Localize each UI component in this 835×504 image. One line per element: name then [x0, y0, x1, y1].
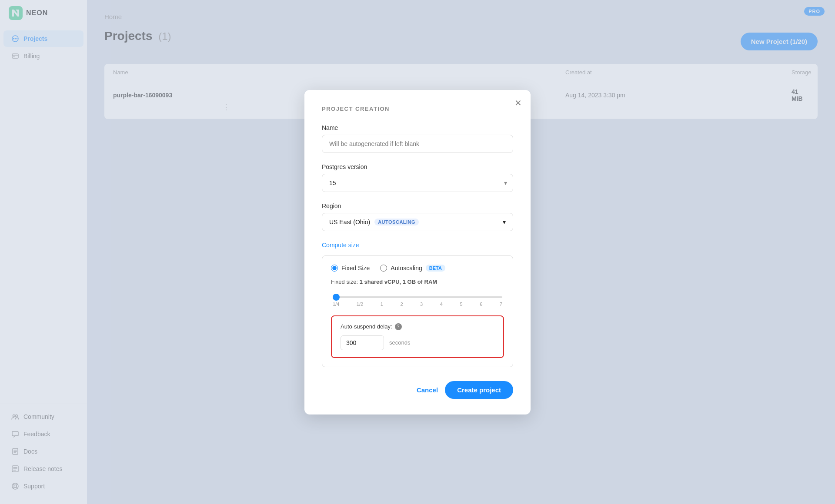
postgres-select-wrapper: 15 14 13 ▾	[322, 174, 513, 192]
region-select-arrow-icon: ▾	[503, 219, 506, 225]
name-label: Name	[322, 124, 513, 131]
radio-group: Fixed Size Autoscaling BETA	[331, 265, 504, 272]
cancel-button[interactable]: Cancel	[417, 386, 438, 394]
create-project-button[interactable]: Create project	[445, 381, 513, 399]
name-form-group: Name	[322, 124, 513, 153]
fixed-size-radio-option[interactable]: Fixed Size	[331, 265, 370, 272]
fixed-size-radio[interactable]	[331, 265, 338, 272]
fixed-size-label: Fixed Size	[341, 265, 370, 272]
postgres-label: Postgres version	[322, 163, 513, 170]
compute-form-group: Compute size Fixed Size Autoscaling BETA…	[322, 242, 513, 367]
modal-overlay: PROJECT CREATION ✕ Name Postgres version…	[0, 0, 835, 504]
help-icon[interactable]: ?	[395, 323, 402, 330]
autoscaling-radio-option[interactable]: Autoscaling BETA	[380, 265, 445, 272]
region-value: US East (Ohio)	[329, 219, 370, 225]
compute-label: Compute size	[322, 242, 513, 249]
beta-badge: BETA	[426, 265, 445, 272]
modal-close-button[interactable]: ✕	[514, 99, 522, 107]
postgres-select[interactable]: 15 14 13	[322, 174, 513, 192]
compute-desc: Fixed size: 1 shared vCPU, 1 GB of RAM	[331, 279, 504, 285]
region-select[interactable]: US East (Ohio) AUTOSCALING ▾	[322, 213, 513, 231]
auto-suspend-section: Auto-suspend delay: ? seconds	[331, 315, 504, 358]
region-form-group: Region US East (Ohio) AUTOSCALING ▾	[322, 202, 513, 231]
name-input[interactable]	[322, 135, 513, 153]
seconds-label: seconds	[389, 339, 410, 346]
compute-section: Fixed Size Autoscaling BETA Fixed size: …	[322, 255, 513, 367]
auto-suspend-input[interactable]	[341, 335, 384, 350]
autoscaling-radio[interactable]	[380, 265, 387, 272]
modal-footer: Cancel Create project	[322, 381, 513, 399]
postgres-form-group: Postgres version 15 14 13 ▾	[322, 163, 513, 192]
slider-labels: 1/4 1/2 1 2 3 4 5 6 7	[333, 302, 502, 307]
auto-suspend-input-row: seconds	[341, 335, 494, 350]
auto-suspend-label: Auto-suspend delay:	[341, 323, 392, 330]
compute-slider[interactable]	[333, 296, 502, 298]
auto-suspend-header: Auto-suspend delay: ?	[341, 323, 494, 330]
slider-container: 1/4 1/2 1 2 3 4 5 6 7	[331, 292, 504, 307]
autoscaling-label: Autoscaling	[391, 265, 422, 272]
region-label: Region	[322, 202, 513, 209]
modal-title: PROJECT CREATION	[322, 106, 513, 112]
project-creation-modal: PROJECT CREATION ✕ Name Postgres version…	[304, 90, 531, 414]
autoscaling-badge: AUTOSCALING	[374, 219, 419, 225]
